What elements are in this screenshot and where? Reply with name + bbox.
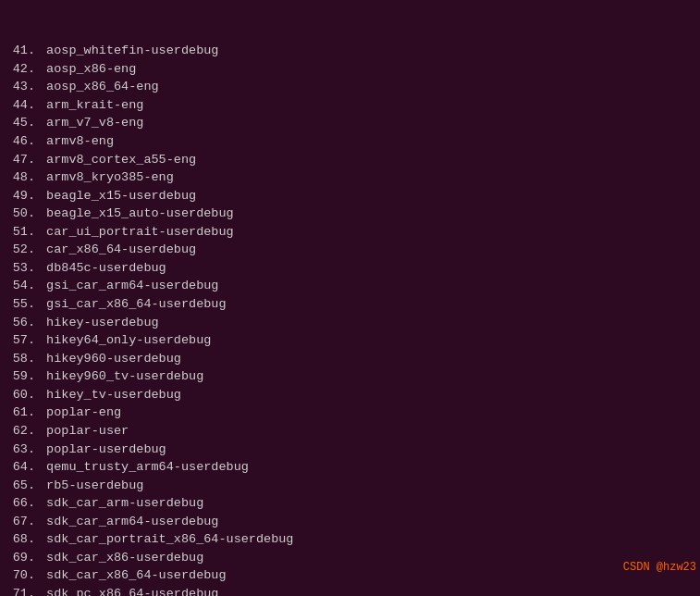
line-text: hikey64_only-userdebug bbox=[39, 331, 211, 350]
line-number: 64. bbox=[7, 458, 35, 477]
list-item: 46. armv8-eng bbox=[7, 132, 693, 151]
list-item: 59. hikey960_tv-userdebug bbox=[7, 367, 693, 386]
line-number: 63. bbox=[7, 441, 35, 459]
list-item: 47. armv8_cortex_a55-eng bbox=[7, 151, 693, 169]
list-item: 68. sdk_car_portrait_x86_64-userdebug bbox=[7, 530, 693, 549]
line-text: sdk_car_arm64-userdebug bbox=[39, 513, 218, 531]
list-item: 61. poplar-eng bbox=[7, 404, 693, 422]
line-text: armv8_kryo385-eng bbox=[39, 168, 174, 187]
list-item: 57. hikey64_only-userdebug bbox=[7, 331, 693, 350]
line-text: hikey960_tv-userdebug bbox=[39, 367, 203, 386]
list-item: 48. armv8_kryo385-eng bbox=[7, 168, 693, 187]
list-item: 65. rb5-userdebug bbox=[7, 477, 693, 495]
line-text: sdk_car_arm-userdebug bbox=[39, 494, 203, 513]
list-item: 55. gsi_car_x86_64-userdebug bbox=[7, 295, 693, 314]
list-item: 42. aosp_x86-eng bbox=[7, 60, 693, 79]
line-number: 42. bbox=[7, 60, 35, 79]
line-text: armv8_cortex_a55-eng bbox=[39, 151, 196, 169]
line-text: arm_krait-eng bbox=[39, 96, 143, 115]
line-number: 45. bbox=[7, 114, 35, 132]
line-text: aosp_x86-eng bbox=[39, 60, 136, 79]
line-text: armv8-eng bbox=[39, 132, 114, 151]
line-number: 69. bbox=[7, 549, 35, 567]
list-item: 53. db845c-userdebug bbox=[7, 259, 693, 278]
line-number: 46. bbox=[7, 132, 35, 151]
list-item: 45. arm_v7_v8-eng bbox=[7, 114, 693, 132]
line-number: 59. bbox=[7, 367, 35, 386]
line-text: car_ui_portrait-userdebug bbox=[39, 223, 234, 242]
list-item: 64. qemu_trusty_arm64-userdebug bbox=[7, 458, 693, 477]
line-text: hikey960-userdebug bbox=[39, 350, 181, 368]
line-number: 62. bbox=[7, 422, 35, 441]
line-number: 44. bbox=[7, 96, 35, 115]
line-text: poplar-userdebug bbox=[39, 441, 166, 459]
line-text: sdk_car_x86-userdebug bbox=[39, 549, 203, 567]
list-item: 62. poplar-user bbox=[7, 422, 693, 441]
line-number: 47. bbox=[7, 151, 35, 169]
line-text: rb5-userdebug bbox=[39, 477, 143, 495]
line-text: poplar-eng bbox=[39, 404, 121, 422]
list-item: 66. sdk_car_arm-userdebug bbox=[7, 494, 693, 513]
line-number: 66. bbox=[7, 494, 35, 513]
line-text: aosp_whitefin-userdebug bbox=[39, 42, 218, 60]
line-text: gsi_car_arm64-userdebug bbox=[39, 277, 218, 295]
line-text: beagle_x15-userdebug bbox=[39, 187, 196, 205]
line-number: 68. bbox=[7, 530, 35, 549]
line-number: 57. bbox=[7, 331, 35, 350]
list-item: 43. aosp_x86_64-eng bbox=[7, 78, 693, 96]
list-item: 67. sdk_car_arm64-userdebug bbox=[7, 513, 693, 531]
list-item: 44. arm_krait-eng bbox=[7, 96, 693, 115]
line-number: 53. bbox=[7, 259, 35, 278]
line-text: arm_v7_v8-eng bbox=[39, 114, 143, 132]
line-number: 54. bbox=[7, 277, 35, 295]
line-text: car_x86_64-userdebug bbox=[39, 241, 196, 259]
line-number: 50. bbox=[7, 205, 35, 223]
line-number: 67. bbox=[7, 513, 35, 531]
line-number: 43. bbox=[7, 78, 35, 96]
line-number: 61. bbox=[7, 404, 35, 422]
line-text: beagle_x15_auto-userdebug bbox=[39, 205, 234, 223]
watermark: CSDN @hzw23 bbox=[623, 560, 696, 576]
list-item: 49. beagle_x15-userdebug bbox=[7, 187, 693, 205]
line-number: 52. bbox=[7, 241, 35, 259]
line-number: 41. bbox=[7, 42, 35, 60]
line-number: 65. bbox=[7, 477, 35, 495]
line-number: 51. bbox=[7, 223, 35, 242]
line-number: 70. bbox=[7, 566, 35, 585]
list-item: 63. poplar-userdebug bbox=[7, 441, 693, 459]
line-number: 60. bbox=[7, 386, 35, 404]
list-item: 41. aosp_whitefin-userdebug bbox=[7, 42, 693, 60]
line-text: poplar-user bbox=[39, 422, 129, 441]
line-text: sdk_car_x86_64-userdebug bbox=[39, 566, 227, 585]
list-item: 71. sdk_pc_x86_64-userdebug bbox=[7, 585, 693, 596]
list-item: 69. sdk_car_x86-userdebug bbox=[7, 549, 693, 567]
terminal-content: 41. aosp_whitefin-userdebug42. aosp_x86-… bbox=[7, 6, 693, 596]
list-item: 54. gsi_car_arm64-userdebug bbox=[7, 277, 693, 295]
list-item: 58. hikey960-userdebug bbox=[7, 350, 693, 368]
line-number: 49. bbox=[7, 187, 35, 205]
line-number: 56. bbox=[7, 314, 35, 332]
list-item: 51. car_ui_portrait-userdebug bbox=[7, 223, 693, 242]
list-item: 60. hikey_tv-userdebug bbox=[7, 386, 693, 404]
line-text: hikey-userdebug bbox=[39, 314, 159, 332]
list-item: 50. beagle_x15_auto-userdebug bbox=[7, 205, 693, 223]
line-text: aosp_x86_64-eng bbox=[39, 78, 159, 96]
line-number: 48. bbox=[7, 168, 35, 187]
line-text: sdk_pc_x86_64-userdebug bbox=[39, 585, 218, 596]
line-text: hikey_tv-userdebug bbox=[39, 386, 181, 404]
line-text: db845c-userdebug bbox=[39, 259, 166, 278]
list-item: 52. car_x86_64-userdebug bbox=[7, 241, 693, 259]
line-text: gsi_car_x86_64-userdebug bbox=[39, 295, 227, 314]
line-number: 55. bbox=[7, 295, 35, 314]
line-number: 58. bbox=[7, 350, 35, 368]
list-item: 56. hikey-userdebug bbox=[7, 314, 693, 332]
line-text: qemu_trusty_arm64-userdebug bbox=[39, 458, 249, 477]
list-item: 70. sdk_car_x86_64-userdebug bbox=[7, 566, 693, 585]
line-text: sdk_car_portrait_x86_64-userdebug bbox=[39, 530, 293, 549]
line-number: 71. bbox=[7, 585, 35, 596]
